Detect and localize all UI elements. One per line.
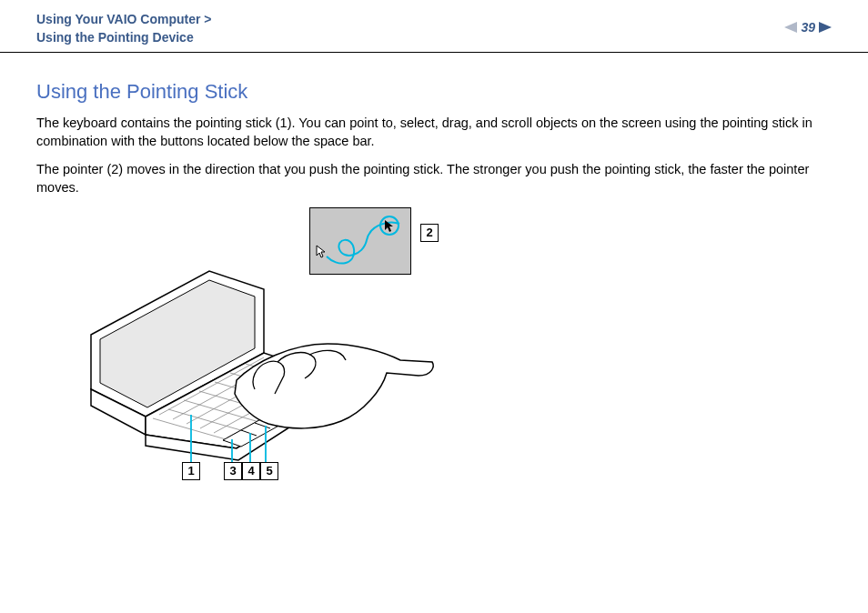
page-header: Using Your VAIO Computer > Using the Poi…	[0, 0, 868, 53]
breadcrumb-line1: Using Your VAIO Computer >	[36, 11, 212, 29]
callout-1: 1	[182, 462, 200, 480]
callout-2: 2	[420, 224, 439, 242]
svg-marker-0	[784, 22, 797, 33]
cursor-filled-icon	[379, 216, 399, 239]
diagram: 2	[73, 207, 573, 480]
page-number: 39	[801, 20, 815, 35]
paragraph-1: The keyboard contains the pointing stick…	[36, 115, 832, 150]
next-page-arrow-icon[interactable]	[819, 22, 832, 33]
svg-marker-1	[819, 22, 832, 33]
callout-4: 4	[242, 462, 260, 480]
prev-page-arrow-icon[interactable]	[784, 22, 797, 33]
callout-5: 5	[260, 462, 278, 480]
breadcrumb-line2: Using the Pointing Device	[36, 29, 212, 47]
page-content: Using the Pointing Stick The keyboard co…	[0, 53, 868, 480]
paragraph-2: The pointer (2) moves in the direction t…	[36, 161, 832, 196]
page-nav: 39	[784, 11, 832, 35]
callout-3: 3	[224, 462, 242, 480]
section-heading: Using the Pointing Stick	[36, 80, 832, 104]
laptop-illustration	[73, 253, 437, 484]
breadcrumbs: Using Your VAIO Computer > Using the Poi…	[36, 11, 212, 46]
